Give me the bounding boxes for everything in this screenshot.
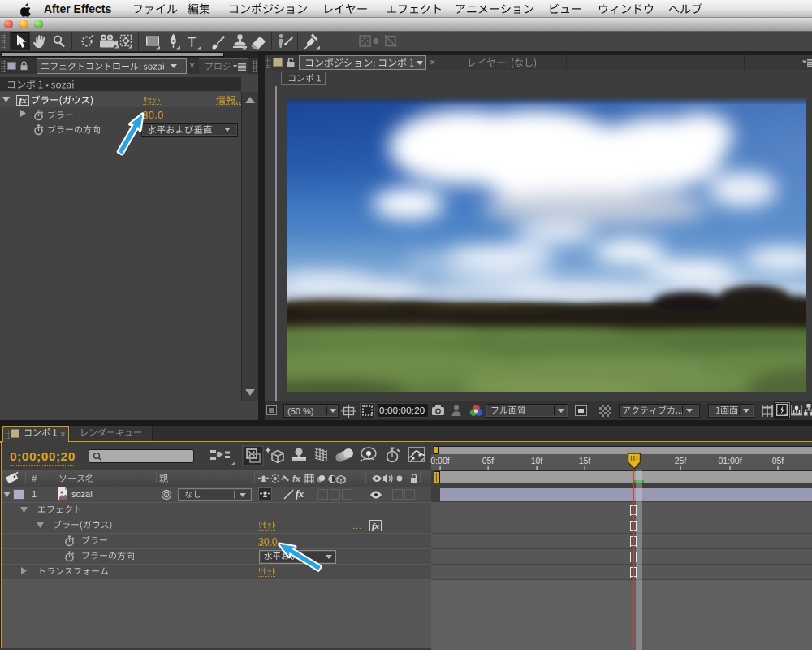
svg-text:25f: 25f: [675, 456, 687, 466]
svg-text:fx: fx: [292, 474, 301, 483]
svg-text:10f: 10f: [531, 456, 543, 466]
svg-text:01:00f: 01:00f: [718, 456, 741, 466]
svg-text:0:00f: 0:00f: [430, 456, 449, 466]
svg-text:T: T: [188, 35, 196, 50]
svg-text:05f: 05f: [482, 456, 495, 466]
svg-text:15f: 15f: [579, 456, 591, 466]
svg-text:05f: 05f: [772, 456, 784, 466]
